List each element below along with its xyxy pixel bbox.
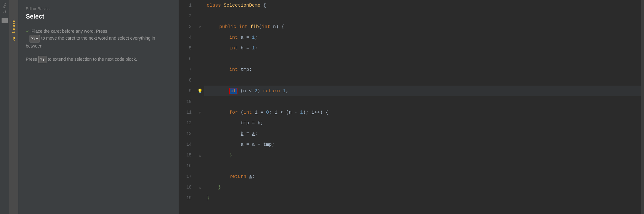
inc-11: ++) { (314, 110, 328, 115)
code-line-1[interactable]: class SelectionDemo { (204, 0, 641, 11)
fold-end-icon-15[interactable]: △ (199, 153, 201, 157)
assign-14: = (243, 142, 252, 147)
gutter-row-17 (195, 171, 204, 182)
code-line-2[interactable] (204, 11, 641, 21)
var-b-5: b (241, 46, 243, 51)
learn-panel: Learn 🎖 Editor Basics Select ✓Place the … (9, 0, 179, 214)
line-num-8: 8 (179, 75, 192, 86)
line-num-6: 6 (179, 54, 192, 64)
val-1-5: 1 (252, 46, 255, 51)
var-tmp: tmp; (241, 67, 252, 72)
assign-5: = (243, 46, 252, 51)
learn-tab[interactable]: Learn 🎖 (9, 0, 18, 214)
semi-11a: ; (269, 110, 275, 115)
code-line-8[interactable] (204, 75, 641, 86)
indent-7 (207, 67, 229, 72)
gutter-row-18: △ (195, 182, 204, 193)
code-line-7[interactable]: int tmp; (204, 64, 641, 75)
learn-tab-label: Learn (11, 19, 16, 33)
kbd-2: ⌥↑ (38, 56, 46, 63)
var-a-17: a (249, 174, 252, 179)
gutter: ▽ 💡 ▽ △ △ (195, 0, 204, 214)
brace-close-19: } (207, 195, 210, 201)
line-num-2: 2 (179, 11, 192, 21)
indent-15 (207, 153, 229, 158)
lt-11: < (n - (277, 110, 300, 115)
gutter-row-9: 💡 (195, 86, 204, 96)
gutter-row-16 (195, 160, 204, 171)
code-line-4[interactable]: int a = 1 ; (204, 32, 641, 43)
line-num-5: 5 (179, 43, 192, 54)
paren-close-9: ) (257, 88, 263, 94)
kw-if-9: if (229, 88, 237, 94)
learn-item-2: Press ⌥↑ to extend the selection to the … (26, 56, 171, 63)
gutter-row-10 (195, 96, 204, 107)
indent-13 (207, 131, 241, 137)
line-num-11: 11 (179, 107, 192, 118)
section-title: Editor Basics (26, 6, 171, 11)
semi-5: ; (255, 46, 258, 51)
code-line-16[interactable] (204, 160, 641, 171)
indent-4 (207, 35, 229, 40)
val-1-4: 1 (252, 35, 255, 40)
gutter-row-5 (195, 43, 204, 54)
code-line-18[interactable]: } (204, 182, 641, 193)
assign-11: = (258, 110, 266, 115)
line-num-18: 18 (179, 182, 192, 193)
val-1-11: 1 (300, 110, 303, 115)
line-num-14: 14 (179, 139, 192, 150)
fold-end-icon-18[interactable]: △ (199, 185, 201, 189)
lightbulb-icon-9[interactable]: 💡 (197, 88, 203, 94)
semi-9: ; (286, 88, 288, 94)
code-line-3[interactable]: public int fib ( int n ) { (204, 21, 641, 32)
editor-area[interactable]: 1 2 3 4 5 6 7 8 9 10 11 12 13 14 15 16 1… (179, 0, 644, 214)
scrollbar[interactable] (641, 0, 644, 214)
kw-return-9: return (263, 88, 283, 94)
learn-title: Select (26, 13, 171, 20)
code-line-15[interactable]: } (204, 150, 641, 160)
gutter-row-19 (195, 193, 204, 203)
val-0-11: 0 (266, 110, 269, 115)
fold-icon-11[interactable]: ▽ (199, 110, 201, 115)
learn-item-2-text-before: Press (26, 57, 37, 62)
line-num-13: 13 (179, 128, 192, 139)
kw-int-4: int (229, 35, 241, 40)
plus-14: + tmp; (255, 142, 275, 147)
fn-fib: fib (250, 24, 259, 30)
kbd-1: ⌥⇧→ (30, 35, 40, 42)
line-num-12: 12 (179, 118, 192, 128)
kw-int-param-3: int (262, 24, 273, 30)
indent-9 (207, 88, 229, 94)
gutter-row-4 (195, 32, 204, 43)
code-line-9[interactable]: if (n < 2 ) return 1 ; (204, 86, 641, 96)
code-line-14[interactable]: a = a + tmp; (204, 139, 641, 150)
code-line-17[interactable]: return a ; (204, 171, 641, 182)
line-num-19: 19 (179, 193, 192, 203)
fold-icon-3[interactable]: ▽ (199, 25, 201, 29)
code-line-12[interactable]: tmp = b ; (204, 118, 641, 128)
assign-13: = (243, 131, 252, 137)
semi-4: ; (255, 35, 258, 40)
brace-1: { (260, 3, 266, 8)
code-line-6[interactable] (204, 54, 641, 64)
code-line-5[interactable]: int b = 1 ; (204, 43, 641, 54)
kw-class-1: class (207, 3, 224, 8)
gutter-row-11[interactable]: ▽ (195, 107, 204, 118)
line-num-10: 10 (179, 96, 192, 107)
code-line-10[interactable] (204, 96, 641, 107)
var-b-13: b (241, 131, 243, 137)
folder-icon[interactable] (2, 18, 8, 23)
code-line-13[interactable]: b = a ; (204, 128, 641, 139)
gutter-row-2 (195, 11, 204, 21)
semi-12: ; (260, 121, 263, 126)
code-line-19[interactable]: } (204, 193, 641, 203)
param-n: n (273, 24, 276, 30)
semi-11b: ); (303, 110, 311, 115)
line-num-15: 15 (179, 150, 192, 160)
line-num-4: 4 (179, 32, 192, 43)
gutter-row-14 (195, 139, 204, 150)
gutter-row-3[interactable]: ▽ (195, 21, 204, 32)
assign-4: = (243, 35, 252, 40)
code-line-11[interactable]: for ( int i = 0 ; i < (n - 1 ); i ++) { (204, 107, 641, 118)
code-lines[interactable]: class SelectionDemo { public int fib ( i… (204, 0, 641, 214)
